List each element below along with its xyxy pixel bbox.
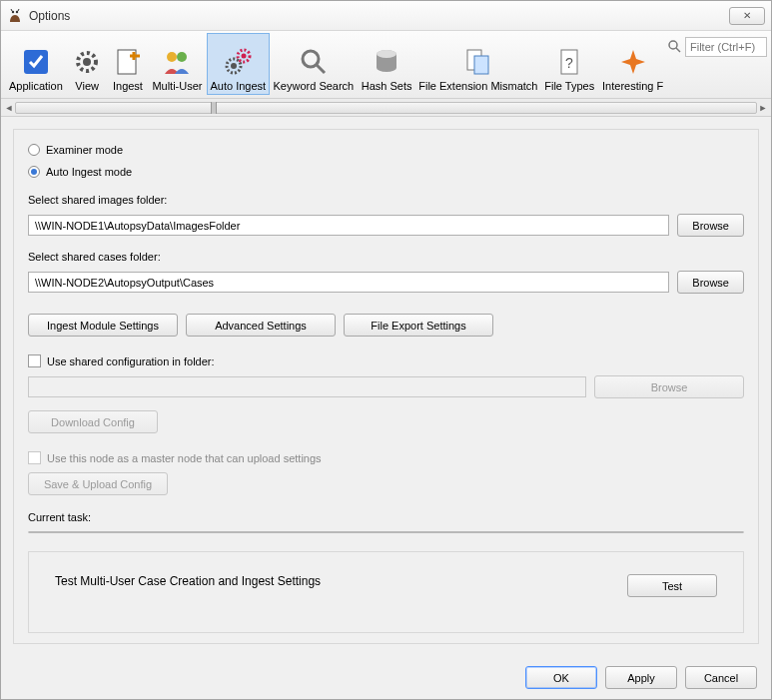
ingest-module-settings-button[interactable]: Ingest Module Settings <box>28 314 178 337</box>
database-icon <box>371 46 402 78</box>
tab-label: Application <box>9 80 63 92</box>
tab-file-types[interactable]: ? File Types <box>540 33 598 95</box>
ok-button[interactable]: OK <box>525 666 597 689</box>
auto-ingest-icon <box>222 46 254 78</box>
test-description: Test Multi-User Case Creation and Ingest… <box>55 574 321 588</box>
scroll-track[interactable] <box>15 102 757 114</box>
svg-point-4 <box>83 58 91 66</box>
tab-application[interactable]: Application <box>5 33 67 95</box>
radio-icon <box>28 144 40 156</box>
file-question-icon: ? <box>553 46 585 78</box>
ingest-icon <box>112 46 144 78</box>
use-shared-config-checkbox[interactable]: Use shared configuration in folder: <box>28 354 744 367</box>
tab-label: Interesting F <box>602 80 663 92</box>
radio-label: Examiner mode <box>46 144 123 156</box>
options-tabs: Application View Ingest Multi-User Auto … <box>1 31 771 99</box>
close-button[interactable]: ✕ <box>729 7 765 25</box>
master-node-checkbox: Use this node as a master node that can … <box>28 451 744 464</box>
apply-button[interactable]: Apply <box>605 666 677 689</box>
tab-label: File Extension Mismatch <box>418 80 537 92</box>
current-task-label: Current task: <box>28 511 744 523</box>
radio-label: Auto Ingest mode <box>46 166 132 178</box>
current-task-progress <box>28 531 744 533</box>
radio-icon <box>28 166 40 178</box>
tab-scrollbar[interactable]: ◄ ► <box>1 99 771 117</box>
tab-label: View <box>75 80 99 92</box>
svg-point-1 <box>16 10 18 12</box>
close-icon: ✕ <box>743 10 751 21</box>
tab-file-ext-mismatch[interactable]: File Extension Mismatch <box>416 33 541 95</box>
tab-label: Keyword Search <box>274 80 355 92</box>
titlebar: Options ✕ <box>1 1 771 31</box>
auto-ingest-mode-radio[interactable]: Auto Ingest mode <box>28 166 744 178</box>
images-folder-label: Select shared images folder: <box>28 194 744 206</box>
search-icon <box>298 46 330 78</box>
tab-label: Hash Sets <box>362 80 412 92</box>
window-title: Options <box>29 9 70 23</box>
filter-input[interactable] <box>685 37 767 57</box>
dialog-footer: OK Apply Cancel <box>1 656 771 699</box>
file-mismatch-icon <box>462 46 494 78</box>
svg-point-14 <box>377 50 396 58</box>
search-small-icon <box>667 39 681 55</box>
cases-folder-label: Select shared cases folder: <box>28 251 744 263</box>
svg-point-6 <box>167 52 177 62</box>
checkbox-label: Use shared configuration in folder: <box>47 355 215 367</box>
options-window: Options ✕ Application View Ingest Multi-… <box>0 0 772 700</box>
svg-point-12 <box>303 51 319 67</box>
application-icon <box>20 46 52 78</box>
scroll-left-icon[interactable]: ◄ <box>3 103 15 113</box>
tab-auto-ingest[interactable]: Auto Ingest <box>207 33 271 95</box>
svg-point-7 <box>177 52 187 62</box>
shared-config-folder-input <box>28 376 586 397</box>
svg-text:?: ? <box>565 55 573 71</box>
users-icon <box>161 46 193 78</box>
cases-folder-input[interactable] <box>28 272 669 293</box>
tab-ingest[interactable]: Ingest <box>108 33 149 95</box>
save-upload-config-button: Save & Upload Config <box>28 472 168 495</box>
app-icon <box>7 8 23 24</box>
advanced-settings-button[interactable]: Advanced Settings <box>186 314 336 337</box>
tab-keyword-search[interactable]: Keyword Search <box>270 33 358 95</box>
browse-shared-config-button: Browse <box>594 375 744 398</box>
auto-ingest-panel: Examiner mode Auto Ingest mode Select sh… <box>13 129 759 644</box>
tab-hash-sets[interactable]: Hash Sets <box>358 33 416 95</box>
browse-cases-button[interactable]: Browse <box>677 271 744 294</box>
filter-wrap <box>667 33 767 57</box>
scroll-thumb[interactable] <box>211 102 217 114</box>
tab-label: Auto Ingest <box>210 80 266 92</box>
images-folder-input[interactable] <box>28 215 669 236</box>
download-config-button: Download Config <box>28 410 158 433</box>
cancel-button[interactable]: Cancel <box>685 666 757 689</box>
svg-point-9 <box>231 63 237 69</box>
svg-point-11 <box>242 54 247 59</box>
svg-rect-16 <box>474 56 488 74</box>
gear-icon <box>71 46 103 78</box>
tab-label: File Types <box>544 80 594 92</box>
test-button[interactable]: Test <box>627 574 717 597</box>
tab-multi-user[interactable]: Multi-User <box>148 33 206 95</box>
browse-images-button[interactable]: Browse <box>677 214 744 237</box>
tab-label: Multi-User <box>152 80 202 92</box>
tab-view[interactable]: View <box>67 33 108 95</box>
tab-interesting-files[interactable]: Interesting F <box>598 33 667 95</box>
checkbox-icon <box>28 354 41 367</box>
test-section: Test Multi-User Case Creation and Ingest… <box>28 551 744 633</box>
checkbox-icon <box>28 451 41 464</box>
svg-point-0 <box>12 10 14 12</box>
svg-point-19 <box>669 41 677 49</box>
tab-label: Ingest <box>113 80 143 92</box>
examiner-mode-radio[interactable]: Examiner mode <box>28 144 744 156</box>
star-icon <box>617 46 649 78</box>
checkbox-label: Use this node as a master node that can … <box>47 452 322 464</box>
scroll-right-icon[interactable]: ► <box>757 103 769 113</box>
file-export-settings-button[interactable]: File Export Settings <box>344 314 493 337</box>
